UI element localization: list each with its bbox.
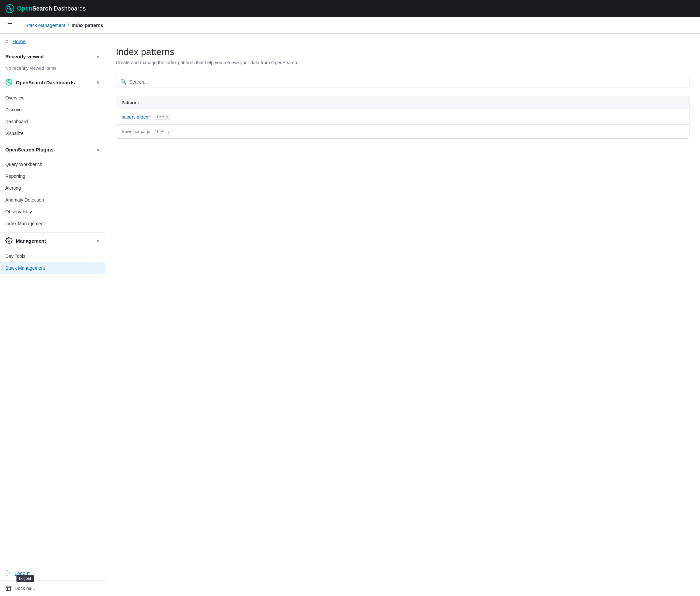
sidebar-item-query-workbench[interactable]: Query Workbench [0,158,105,170]
hamburger-button[interactable]: ☰ [5,20,15,31]
search-icon: 🔍 [120,79,127,85]
table-footer: Rows per page: 10 25 50 ∨ [116,124,689,138]
svg-rect-6 [6,586,10,591]
main-layout: ⌂ Home Recently viewed ∨ No recently vie… [0,33,700,596]
opensearch-logo-icon [5,4,15,13]
sidebar-item-observability[interactable]: Observability [0,206,105,218]
dock-item[interactable]: Dock na... Logout [0,581,105,596]
svg-point-4 [8,240,10,242]
breadcrumb-parent[interactable]: Stack Management [25,23,65,28]
logout-icon [5,570,11,576]
main-content: Index patterns Create and manage the ind… [105,33,700,596]
column-pattern[interactable]: Pattern ↑ [122,100,140,105]
annotation-arrow [105,33,123,40]
plugins-title: OpenSearch Plugins [5,147,54,152]
management-title: Management [5,237,46,244]
svg-point-3 [8,81,10,83]
management-header[interactable]: Management ∨ [0,232,105,249]
sidebar-section-opensearch-dashboards: OpenSearch Dashboards ∨ Overview Discove… [0,74,105,142]
brand[interactable]: OpenSearch Dashboards [5,4,85,13]
sidebar-bottom: Logout Dock na... Logout [0,565,105,596]
opensearch-dashboards-content: Overview Discover Dashboard Visualize [0,91,105,142]
nav-divider [20,21,20,29]
sidebar-item-stack-management[interactable]: Stack Management [0,262,105,274]
dock-icon [5,586,11,591]
sidebar-item-anomaly-detection[interactable]: Anomaly Detection [0,194,105,206]
recently-viewed-content: No recently viewed items [0,64,105,74]
index-patterns-table: Pattern ↑ papers-index* Default Rows per… [116,96,690,139]
sort-asc-icon: ↑ [138,100,140,105]
plugins-header[interactable]: OpenSearch Plugins ∨ [0,142,105,157]
sidebar-item-home[interactable]: ⌂ Home [0,33,105,49]
home-label: Home [12,39,26,44]
sidebar-item-visualize[interactable]: Visualize [0,127,105,139]
breadcrumb-separator: / [68,23,69,28]
table-row[interactable]: papers-index* Default [116,109,689,124]
logout-item[interactable]: Logout [0,565,105,581]
plugins-content: Query Workbench Reporting Alerting Anoma… [0,157,105,232]
recently-viewed-chevron-icon: ∨ [97,54,100,59]
page-subtitle: Create and manage the index patterns tha… [116,60,690,65]
opensearch-dashboards-chevron-icon: ∨ [97,80,100,85]
gear-icon [5,237,12,244]
search-bar: 🔍 [116,76,690,88]
plugins-chevron-icon: ∨ [97,147,100,152]
pattern-link[interactable]: papers-index* [122,114,150,120]
home-icon: ⌂ [5,38,8,44]
search-input[interactable] [129,79,685,84]
management-chevron-icon: ∨ [97,238,100,243]
page-title: Index patterns [116,47,690,57]
secondary-nav: ☰ Stack Management / Index patterns [0,17,700,33]
svg-point-1 [9,7,11,10]
breadcrumb-current: Index patterns [72,23,103,28]
rows-per-page-select[interactable]: 10 25 50 [153,129,165,134]
opensearch-dashboards-header[interactable]: OpenSearch Dashboards ∨ [0,74,105,91]
dock-tooltip: Logout [17,575,34,582]
sidebar-section-management: Management ∨ Dev Tools Stack Management [0,232,105,277]
sidebar-item-discover[interactable]: Discover [0,104,105,116]
recently-viewed-title: Recently viewed [5,54,44,59]
no-recently-viewed-text: No recently viewed items [0,61,62,75]
table-header-row: Pattern ↑ [116,96,689,109]
sidebar-item-dev-tools[interactable]: Dev Tools [0,250,105,262]
sidebar-item-index-management[interactable]: Index Management [0,218,105,229]
rows-per-page-label: Rows per page: [122,129,151,134]
opensearch-dashboards-title: OpenSearch Dashboards [5,79,75,86]
sidebar-section-recently-viewed: Recently viewed ∨ No recently viewed ite… [0,49,105,74]
sidebar-item-alerting[interactable]: Alerting [0,182,105,194]
top-nav: OpenSearch Dashboards [0,0,700,17]
default-badge: Default [154,114,171,120]
sidebar-item-dashboard[interactable]: Dashboard [0,116,105,127]
sidebar-item-reporting[interactable]: Reporting [0,170,105,182]
opensearch-dashboards-section-icon [5,79,12,86]
management-content: Dev Tools Stack Management [0,249,105,277]
chevron-down-icon: ∨ [167,129,170,134]
sidebar: ⌂ Home Recently viewed ∨ No recently vie… [0,33,105,596]
sidebar-section-plugins: OpenSearch Plugins ∨ Query Workbench Rep… [0,142,105,232]
dock-label: Dock na... [15,586,35,591]
breadcrumb: Stack Management / Index patterns [25,23,103,28]
sidebar-item-overview[interactable]: Overview [0,92,105,104]
